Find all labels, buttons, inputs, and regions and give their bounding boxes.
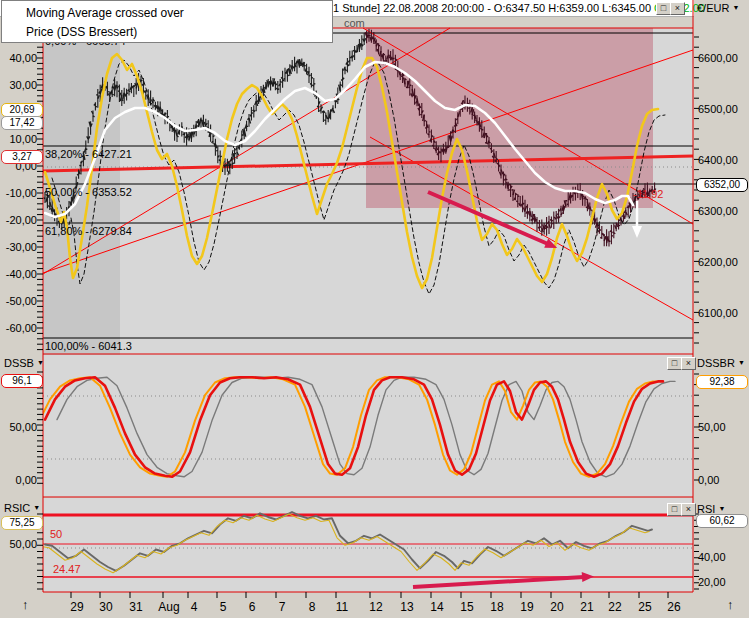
delta-value-label: -11.92 <box>633 188 663 200</box>
x-axis-label: 8 <box>309 600 316 614</box>
rsi-value-tag: 75,25 <box>1 516 43 530</box>
x-axis-label: 26 <box>667 600 680 614</box>
main-y-axis-label-right: 6100,00 <box>698 307 738 319</box>
main-y-axis-label-right: 6200,00 <box>698 256 738 268</box>
chevron-down-icon: ▼ <box>718 505 725 512</box>
x-axis-label: 19 <box>520 600 533 614</box>
x-axis-label: 25 <box>638 600 651 614</box>
x-axis-label: 31 <box>129 600 142 614</box>
main-y-axis-label-left: 10,00 <box>0 133 37 145</box>
x-axis-label: 6 <box>249 600 256 614</box>
chevron-down-icon: ▼ <box>732 4 739 11</box>
dssb-y-axis-label-right: 50,00 <box>698 421 726 433</box>
fib-level-label: 100,00% - 6041.3 <box>45 340 132 352</box>
close-button-rsi[interactable]: × <box>681 503 696 516</box>
scroll-up-arrow-icon[interactable]: ↑ <box>727 597 734 612</box>
x-axis-label: 12 <box>369 600 382 614</box>
x-axis-label: 11 <box>336 600 348 614</box>
maximize-button-rsi[interactable]: □ <box>667 503 682 516</box>
x-axis-label: 7 <box>279 600 286 614</box>
main-y-axis-label-right: 6400,00 <box>698 154 738 166</box>
dssb-y-axis-label-left: 50,00 <box>0 421 37 433</box>
tooltip-line1: Moving Average crossed over <box>26 4 332 23</box>
rsi-y-axis-label-right: 40,00 <box>698 551 726 563</box>
x-axis-label: Aug <box>158 600 179 614</box>
rsic-indicator-selector[interactable]: RSIC ▼ <box>4 502 40 514</box>
rsi-lower-level-label: 24.47 <box>53 563 81 575</box>
main-y-axis-label-left: -10,00 <box>0 187 37 199</box>
x-axis-label: 22 <box>608 600 621 614</box>
main-value-tag: 3,27 <box>1 150 43 164</box>
x-axis-label: 20 <box>550 600 563 614</box>
dssbr-label[interactable]: DSSBR ▼ <box>697 357 746 369</box>
x-axis-label: 14 <box>430 600 443 614</box>
rsi-upper-level-label: 50 <box>50 528 62 540</box>
main-value-tag: 20,69 <box>1 103 43 117</box>
close-button-main[interactable]: × <box>670 2 685 15</box>
maximize-button-main[interactable]: □ <box>656 2 671 15</box>
tooltip-line2: Price (DSS Bressert) <box>26 23 332 42</box>
dssb-y-axis-label-left: 0,00 <box>0 474 37 486</box>
x-axis-label: 4 <box>191 600 198 614</box>
rsi-value-tag: 60,62 <box>696 514 748 528</box>
dssb-indicator-selector[interactable]: DSSB ▼ <box>4 357 44 369</box>
main-value-tag: 6352,00 <box>696 178 748 192</box>
fib-level-label: 61,80% - 6279.84 <box>45 225 132 237</box>
rsi-y-axis-label-right: 20,00 <box>698 576 726 588</box>
scroll-up-arrow-icon[interactable]: ↑ <box>22 597 29 612</box>
chevron-down-icon: ▼ <box>738 359 745 366</box>
maximize-button-dssb[interactable]: □ <box>667 357 682 370</box>
x-axis-label: 30 <box>99 600 112 614</box>
chart-canvas <box>0 0 749 618</box>
main-y-axis-label-left: -20,00 <box>0 214 37 226</box>
rsi-y-axis-label-left: 50,00 <box>0 538 37 550</box>
x-axis-label: 21 <box>580 600 593 614</box>
main-y-axis-label-left: 30,00 <box>0 79 37 91</box>
main-y-axis-label-right: 6600,00 <box>698 52 738 64</box>
main-y-axis-label-right: 6500,00 <box>698 103 738 115</box>
main-y-axis-label-left: -60,00 <box>0 322 37 334</box>
dssb-value-tag: 96,1 <box>1 374 43 388</box>
symbol-selector[interactable]: €/EUR ▼ <box>697 2 746 14</box>
x-axis-label: 18 <box>490 600 503 614</box>
main-value-tag: 17,42 <box>1 116 43 130</box>
signal-tooltip: Moving Average crossed over Price (DSS B… <box>1 0 333 43</box>
chevron-down-icon: ▼ <box>37 359 44 366</box>
main-y-axis-label-left: -50,00 <box>0 295 37 307</box>
dssb-value-tag: 92,38 <box>696 375 748 389</box>
fib-level-label: 50,00% - 6353.52 <box>45 186 132 198</box>
main-y-axis-label-right: 6300,00 <box>698 205 738 217</box>
dssb-y-axis-label-right: 0,00 <box>698 474 719 486</box>
main-y-axis-label-left: -30,00 <box>0 241 37 253</box>
x-axis-label: 15 <box>460 600 473 614</box>
x-axis-label: 5 <box>220 600 227 614</box>
main-y-axis-label-left: 40,00 <box>0 52 37 64</box>
main-y-axis-label-left: -40,00 <box>0 268 37 280</box>
fib-level-label: 38,20% - 6427.21 <box>45 148 132 160</box>
close-button-dssb[interactable]: × <box>681 357 696 370</box>
x-axis-label: 29 <box>70 600 83 614</box>
x-axis-label: 13 <box>400 600 413 614</box>
chevron-down-icon: ▼ <box>33 504 40 511</box>
